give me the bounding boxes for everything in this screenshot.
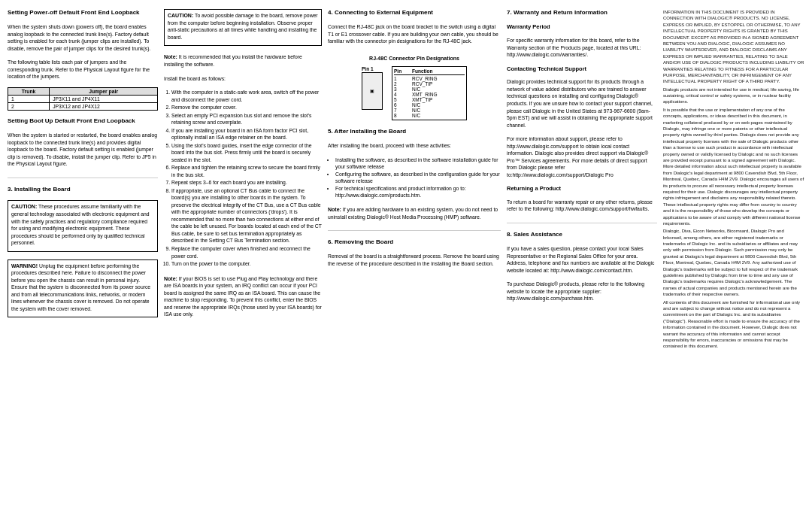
install-step-3: Select an empty PCI expansion bus slot a… — [171, 112, 322, 126]
caution1-label: CAUTION: These procedures assume familia… — [11, 203, 154, 246]
warning-label: WARNING! Unplug the equipment before per… — [11, 262, 154, 313]
page-container: Setting Power-off Default Front End Loop… — [0, 0, 812, 525]
pin-number: 8 — [394, 113, 409, 118]
legal-para-4: Dialogic, Diva, Eicon Networks, Bicomsar… — [663, 228, 804, 297]
table-header-trunk: Trunk — [8, 88, 50, 96]
pin-row: 8N/C — [394, 113, 465, 118]
purchase-body: To purchase Dialogic® products, please r… — [507, 281, 657, 302]
pin-rows: 1RCV_RING2RCV_TIP3N/C4XMT_RING5XMT_TIP6N… — [394, 76, 465, 118]
connector-diagram: RJ-48C Connector Pin Designations Pin 1 … — [328, 55, 501, 120]
section2-body: When the system is started or restarted,… — [8, 132, 158, 168]
install-step-1: With the computer in a static-safe work … — [171, 89, 322, 103]
section7-title: 7. Warranty and Return Information — [507, 9, 657, 17]
section5-intro: After installing the board, proceed with… — [328, 142, 501, 150]
section-divider-3 — [507, 223, 657, 223]
install-step-2: Remove the computer cover. — [171, 104, 322, 111]
warranty-title: Warranty Period — [507, 23, 657, 31]
section5-bullet-3: For technical specifications and product… — [335, 185, 501, 199]
legal-para-3: It is possible that the use or implement… — [663, 107, 804, 226]
section2-title: Setting Boot Up Default Front End Loopba… — [8, 117, 158, 125]
pin-row: 5XMT_TIP — [394, 97, 465, 102]
install-step-7: Repeat steps 3–6 for each board you are … — [171, 179, 322, 187]
install-step-6: Replace and tighten the retaining screw … — [171, 164, 322, 178]
section3-title: 3. Installing the Board — [8, 186, 158, 193]
pin-row: 1RCV_RING — [394, 76, 465, 81]
pin-function: N/C — [412, 108, 465, 113]
column-right: INFORMATION IN THIS DOCUMENT IS PROVIDED… — [663, 9, 804, 516]
table-cell: JP3X11 and JP4X11 — [50, 96, 158, 103]
jumper-table: Trunk Jumper pair 1JP3X11 and JP4X112JP3… — [8, 87, 158, 111]
pin-function: N/C — [412, 86, 465, 92]
legal-para-2: Dialogic products are not intended for u… — [663, 86, 804, 105]
pin-row: 2RCV_TIP — [394, 81, 465, 86]
section-divider-1 — [8, 178, 158, 178]
caution2: CAUTION: To avoid possible damage to the… — [168, 12, 318, 41]
pin-row: 7N/C — [394, 108, 465, 113]
pin-row: 6N/C — [394, 102, 465, 108]
section1-title: Setting Power-off Default Front End Loop… — [8, 9, 158, 17]
pin-function: XMT_TIP — [412, 97, 465, 102]
pin-row: 3N/C — [394, 86, 465, 92]
install-step-5: Using the slot's board guides, insert th… — [171, 142, 322, 164]
returning-title: Returning a Product — [507, 185, 657, 193]
caution-box-2: CAUTION: To avoid possible damage to the… — [164, 9, 322, 46]
column-4: 7. Warranty and Return Information Warra… — [507, 9, 657, 516]
pin-function: RCV_TIP — [412, 81, 465, 86]
pin-function: RCV_RING — [412, 76, 465, 81]
section8-title: 8. Sales Assistance — [507, 231, 657, 238]
column-3: 4. Connecting to External Equipment Conn… — [328, 9, 501, 516]
diagram-title: RJ-48C Connector Pin Designations — [369, 55, 459, 62]
section-divider-2 — [328, 230, 501, 231]
section5-bullet-1: Installing the software, as described in… — [335, 156, 501, 171]
pin-number: 4 — [394, 92, 409, 97]
section6-title: 6. Removing the Board — [328, 238, 501, 246]
pin-function: XMT_RING — [412, 92, 465, 97]
section6-body: Removal of the board is a straightforwar… — [328, 253, 501, 267]
legal-text: INFORMATION IN THIS DOCUMENT IS PROVIDED… — [663, 9, 804, 351]
note-1: Note: It is recommended that you install… — [164, 53, 322, 68]
note-2: Note: If your BIOS is set to use Plug an… — [164, 275, 322, 318]
install-step-10: Turn on the power to the computer. — [171, 260, 322, 268]
table-cell: 2 — [8, 103, 50, 111]
install-step-8: If appropriate, use an optional CT Bus c… — [171, 187, 322, 244]
table-cell: JP3X12 and JP4X12 — [50, 103, 158, 111]
install-steps: With the computer in a static-safe work … — [164, 89, 322, 268]
pin-number: 1 — [394, 76, 409, 81]
warning-box-1: WARNING! Unplug the equipment before per… — [8, 259, 158, 318]
contact-body2: For more information about support, plea… — [507, 135, 657, 178]
section5-title: 5. After Installing the Board — [328, 128, 501, 135]
section4-body: Connect the RJ-48C jack on the board bra… — [328, 23, 501, 45]
pin-number: 6 — [394, 102, 409, 108]
legal-para-1: INFORMATION IN THIS DOCUMENT IS PROVIDED… — [663, 9, 804, 85]
contact-title: Contacting Technical Support — [507, 65, 657, 73]
section5-bullets: Installing the software, as described in… — [328, 156, 501, 199]
column-1: Setting Power-off Default Front End Loop… — [8, 9, 158, 516]
section1-body1: When the system shuts down (powers off),… — [8, 23, 158, 52]
section1-body2: The following table lists each pair of j… — [8, 59, 158, 80]
section4-title: 4. Connecting to External Equipment — [328, 9, 501, 17]
pin-function: N/C — [412, 102, 465, 108]
install-intro: Install the board as follows: — [164, 75, 322, 83]
legal-para-5: All contents of this document are furnis… — [663, 299, 804, 350]
caution-box-1: CAUTION: These procedures assume familia… — [8, 200, 158, 251]
table-cell: 1 — [8, 96, 50, 103]
warranty-body: For specific warranty information for th… — [507, 37, 657, 59]
column-2: CAUTION: To avoid possible damage to the… — [164, 9, 322, 516]
install-step-9: Replace the computer cover when finished… — [171, 245, 322, 259]
section5-bullet-2: Configuring the software, as described i… — [335, 171, 501, 185]
table-header-jumper: Jumper pair — [50, 88, 158, 96]
install-step-4: If you are installing your board in an I… — [171, 127, 322, 141]
pin-table: Pin Function 1RCV_RING2RCV_TIP3N/C4XMT_R… — [392, 66, 467, 120]
sales-body: If you have a sales question, please con… — [507, 245, 657, 274]
contact-body: Dialogic provides technical support for … — [507, 78, 657, 129]
pin-number: 5 — [394, 97, 409, 102]
returning-body: To return a board for warranty repair or… — [507, 199, 657, 213]
pin-row: 4XMT_RING — [394, 92, 465, 97]
pin-number: 3 — [394, 86, 409, 92]
pin-function: N/C — [412, 113, 465, 118]
pin-number: 2 — [394, 81, 409, 86]
pin-visual: Pin 1 ▣ — [362, 66, 383, 110]
section5-note: Note: If you are adding hardware to an e… — [328, 206, 501, 220]
pin-number: 7 — [394, 108, 409, 113]
